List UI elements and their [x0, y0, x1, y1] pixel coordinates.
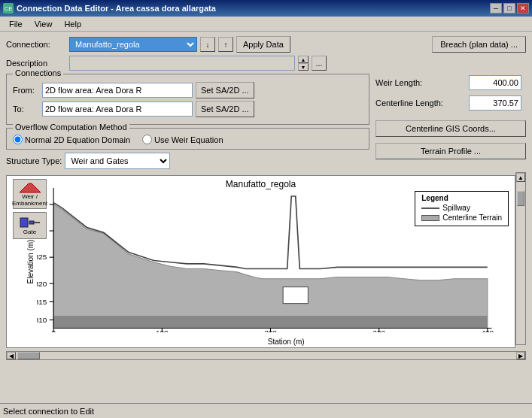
radio-normal-2d[interactable]: Normal 2D Equation Domain	[13, 135, 130, 144]
terrain-profile-button[interactable]: Terrain Profile ...	[375, 143, 526, 159]
connection-label: Connection:	[6, 40, 66, 49]
apply-data-button[interactable]: Apply Data	[236, 36, 290, 53]
y-axis-label: Elevation (m)	[26, 240, 35, 284]
menu-view[interactable]: View	[29, 18, 59, 30]
title-bar: CE Connection Data Editor - Area cassa d…	[0, 0, 532, 17]
radio-weir-equation[interactable]: Use Weir Equation	[142, 135, 223, 144]
svg-text:310: 310	[37, 316, 47, 324]
x-axis-label: Station (m)	[268, 338, 305, 346]
set-sa2d-to-button[interactable]: Set SA/2D ...	[196, 101, 254, 117]
minimize-button[interactable]: ─	[490, 3, 502, 14]
legend-terrain-swatch	[421, 215, 439, 221]
description-input[interactable]	[69, 56, 295, 71]
description-spin-up[interactable]: ▲	[298, 56, 309, 63]
from-input[interactable]	[42, 83, 193, 98]
to-label: To:	[13, 104, 39, 114]
centerline-gis-button[interactable]: Centerline GIS Coords...	[375, 120, 526, 137]
menu-bar: File View Help	[0, 17, 532, 32]
svg-text:200: 200	[264, 329, 277, 332]
svg-rect-28	[20, 218, 28, 227]
centerline-length-label: Centerline Length:	[375, 98, 466, 108]
gate-icon[interactable]: Gate	[13, 212, 47, 239]
legend-spillway-label: Spillway	[442, 204, 470, 212]
centerline-length-input[interactable]	[469, 95, 521, 111]
scrollbar-up-arrow[interactable]: ▲	[516, 173, 525, 182]
close-button[interactable]: ✕	[517, 3, 529, 14]
description-spin-down[interactable]: ▼	[298, 63, 309, 71]
legend-terrain-label: Centerline Terrain	[442, 214, 502, 222]
svg-text:400: 400	[482, 329, 494, 332]
scrollbar-right-arrow[interactable]: ▶	[516, 352, 525, 359]
description-ellipsis-button[interactable]: ...	[312, 56, 327, 71]
app-icon: CE	[3, 3, 14, 14]
window-title: Connection Data Editor - Area cassa dora…	[17, 4, 216, 13]
status-text: Select connection to Edit	[3, 407, 94, 416]
overflow-group-label: Overflow Computation Method	[13, 123, 129, 132]
scrollbar-h-thumb[interactable]	[17, 352, 40, 359]
maximize-button[interactable]: □	[503, 3, 515, 14]
svg-text:0: 0	[51, 329, 56, 332]
connection-dropdown[interactable]: Manufatto_regola	[69, 37, 197, 52]
scrollbar-left-arrow[interactable]: ◀	[7, 352, 16, 359]
breach-button[interactable]: Breach (plan data) ...	[432, 36, 526, 53]
svg-rect-2	[53, 316, 488, 328]
structure-type-label: Structure Type:	[6, 156, 62, 165]
svg-text:315: 315	[37, 298, 47, 306]
svg-text:300: 300	[372, 329, 385, 332]
weir-embankment-icon[interactable]: Weir /Embankment	[13, 179, 47, 209]
vertical-scrollbar[interactable]: ▲	[515, 172, 526, 345]
legend-title: Legend	[421, 194, 502, 202]
down-arrow-button[interactable]: ↓	[200, 37, 215, 52]
chart-legend: Legend Spillway Centerline Terrain	[415, 191, 509, 226]
description-label: Description	[6, 59, 66, 68]
svg-text:325: 325	[37, 253, 47, 261]
svg-rect-1	[283, 287, 308, 304]
weir-length-label: Weir Length:	[375, 78, 466, 87]
set-sa2d-from-button[interactable]: Set SA/2D ...	[196, 82, 254, 98]
svg-rect-29	[29, 221, 34, 224]
menu-help[interactable]: Help	[58, 18, 87, 30]
chart-area: Manufatto_regola Elevation (m) 335	[6, 175, 515, 348]
legend-spillway-line	[421, 207, 439, 209]
weir-length-input[interactable]	[469, 75, 521, 90]
to-input[interactable]	[42, 101, 193, 117]
up-arrow-button[interactable]: ↑	[218, 37, 233, 52]
horizontal-scrollbar[interactable]: ◀ ▶	[6, 351, 526, 360]
svg-text:100: 100	[156, 329, 169, 332]
menu-file[interactable]: File	[3, 18, 29, 30]
connections-group-label: Connections	[13, 68, 63, 77]
scrollbar-v-thumb[interactable]	[517, 191, 524, 206]
svg-text:320: 320	[37, 280, 47, 288]
from-label: From:	[13, 86, 39, 95]
structure-type-dropdown[interactable]: Weir and Gates	[65, 153, 170, 169]
svg-marker-27	[20, 183, 41, 192]
status-bar: Select connection to Edit	[0, 403, 532, 418]
